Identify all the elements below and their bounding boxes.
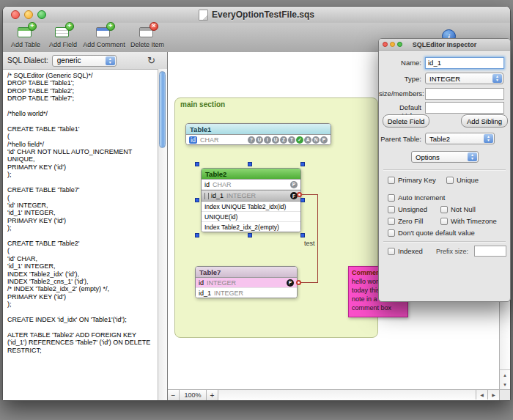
main-section-label: main section — [180, 100, 225, 108]
sql-scrollbar-thumb[interactable] — [159, 71, 166, 148]
autoincrement-icon: A — [304, 136, 311, 144]
type-select[interactable]: INTEGER — [425, 73, 503, 84]
inspector-minimize-button[interactable] — [390, 42, 395, 47]
unsigned-checkbox-label: Unsigned — [398, 205, 427, 213]
table7-header[interactable]: Table7 — [196, 267, 297, 278]
table1[interactable]: Table1 id CHAR ? U I U Z T ✓ A N P — [185, 123, 331, 145]
sql-dialect-value: generic — [57, 56, 81, 65]
inspector-title: SQLEditor Inspector — [413, 41, 477, 48]
selection-handle[interactable] — [195, 198, 199, 202]
indexed-checkbox[interactable] — [388, 248, 395, 255]
zoom-out-button[interactable]: − — [168, 390, 180, 400]
sql-dialect-select[interactable]: generic — [52, 55, 117, 67]
popup-arrows-icon — [106, 56, 115, 65]
table7[interactable]: Table7 id INTEGER P id_1 INTEGER — [195, 266, 298, 298]
sql-scrollbar[interactable] — [158, 69, 167, 400]
separator — [383, 241, 506, 243]
zerofill-icon: Z — [280, 136, 287, 144]
add-sibling-button[interactable]: Add Sibling — [461, 114, 508, 128]
scroll-right-arrow[interactable] — [487, 390, 499, 399]
not-null-checkbox[interactable] — [440, 206, 448, 213]
add-table-icon — [17, 25, 34, 40]
refresh-icon[interactable] — [147, 56, 155, 65]
sql-dialect-label: SQL Dialect: — [7, 56, 48, 65]
selection-handle[interactable] — [300, 198, 305, 202]
parent-table-select[interactable]: Table2 — [425, 133, 495, 144]
size-members-field[interactable] — [425, 88, 504, 100]
add-table-button[interactable]: Add Table — [7, 25, 44, 48]
zero-fill-checkbox-label: Zero Fill — [398, 217, 423, 225]
canvas-horizontal-scrollbar[interactable]: − 100% + — [168, 389, 499, 400]
scroll-up-arrow[interactable] — [500, 370, 510, 380]
primary-key-checkbox[interactable] — [388, 177, 395, 184]
title-area: EveryOptionTestFile.sqs — [3, 7, 510, 23]
zero-fill-checkbox[interactable] — [388, 218, 395, 225]
toolbar-item-label: Add Table — [7, 41, 44, 48]
name-field[interactable]: id_1 — [425, 57, 504, 69]
selection-handle[interactable] — [300, 233, 305, 237]
selection-handle[interactable] — [300, 162, 305, 166]
dont-quote-default-checkbox[interactable] — [388, 229, 395, 237]
connector-target-endpoint[interactable] — [296, 280, 301, 285]
selection-handle[interactable] — [195, 233, 199, 237]
sql-panel: SQL Dialect: generic /* SQLEditor (Gener… — [3, 52, 168, 400]
with-timezone-checkbox-label: With Timezone — [451, 217, 497, 225]
nullable-icon: ? — [248, 136, 255, 144]
auto-increment-checkbox[interactable] — [388, 194, 395, 202]
inspector-close-button[interactable] — [383, 42, 388, 47]
primary-icon: P — [320, 136, 328, 144]
field-name: id_1 — [199, 290, 211, 297]
inspector-titlebar[interactable]: SQLEditor Inspector — [379, 39, 510, 51]
primary-key-icon: P — [287, 279, 294, 287]
table1-field-row[interactable]: id CHAR ? U I U Z T ✓ A N P — [186, 135, 331, 144]
toolbar-item-label: Add Comment — [82, 41, 126, 48]
add-comment-button[interactable]: Add Comment — [82, 25, 126, 48]
selection-handle[interactable] — [248, 162, 252, 166]
unsigned-icon: U — [272, 136, 279, 144]
field-name: id — [204, 181, 210, 188]
default-value-field[interactable] — [425, 102, 504, 114]
field-name[interactable]: id — [189, 136, 197, 144]
with-timezone-checkbox[interactable] — [440, 218, 448, 225]
dialect-bar: SQL Dialect: generic — [3, 52, 167, 70]
unique-checkbox[interactable] — [446, 177, 454, 184]
scroll-track[interactable] — [218, 390, 476, 400]
table7-row-id1[interactable]: id_1 INTEGER — [196, 288, 297, 298]
inspector-zoom-button[interactable] — [397, 42, 402, 47]
selection-handle[interactable] — [248, 233, 252, 237]
table2-row-id1-selected[interactable]: id_1 INTEGER F — [202, 190, 300, 202]
titlebar[interactable]: EveryOptionTestFile.sqs — [3, 7, 510, 23]
table7-row-id[interactable]: id INTEGER P — [196, 278, 297, 288]
window-title: EveryOptionTestFile.sqs — [212, 10, 314, 20]
separator — [383, 169, 506, 171]
name-label: Name: — [379, 59, 421, 67]
table2-index-row[interactable]: Index UNIQUE Table2_idx(id) — [202, 202, 300, 212]
options-select[interactable]: Options — [411, 151, 479, 163]
prefix-size-label: Prefix size: — [436, 248, 468, 255]
sql-source-text[interactable]: /* SQLEditor (Generic SQL)*/ DROP TABLE … — [3, 69, 158, 400]
prefix-size-field[interactable] — [474, 246, 506, 257]
connection-label[interactable]: test — [304, 240, 315, 247]
plus-badge-icon — [106, 22, 115, 31]
table2-header[interactable]: Table2 — [202, 169, 300, 180]
zoom-in-button[interactable]: + — [207, 390, 218, 400]
delete-field-button[interactable]: Delete Field — [383, 114, 429, 128]
table1-header[interactable]: Table1 — [186, 124, 331, 135]
drag-grip-icon — [204, 193, 209, 199]
scroll-left-arrow[interactable] — [476, 390, 487, 399]
connector-line — [317, 194, 318, 283]
add-field-button[interactable]: Add Field — [45, 25, 81, 48]
selection-handle[interactable] — [195, 162, 199, 166]
document-icon — [199, 10, 208, 21]
primary-key-icon: P — [290, 181, 298, 188]
table2-index-row[interactable]: UNIQUE(id) — [202, 212, 300, 222]
table2-index-row[interactable]: Index Table2_idx_2(empty) — [202, 222, 300, 232]
unique-checkbox-label: Unique — [457, 176, 479, 184]
delete-item-button[interactable]: Delete Item — [128, 25, 167, 48]
zoom-level: 100% — [180, 390, 207, 400]
unsigned-checkbox[interactable] — [388, 206, 395, 213]
table2[interactable]: Table2 id CHAR P id_1 INTEGER F Index UN… — [201, 168, 301, 232]
table2-row-id[interactable]: id CHAR P — [202, 180, 300, 190]
connector-source-endpoint[interactable] — [297, 192, 302, 197]
scroll-down-arrow[interactable] — [500, 380, 510, 389]
